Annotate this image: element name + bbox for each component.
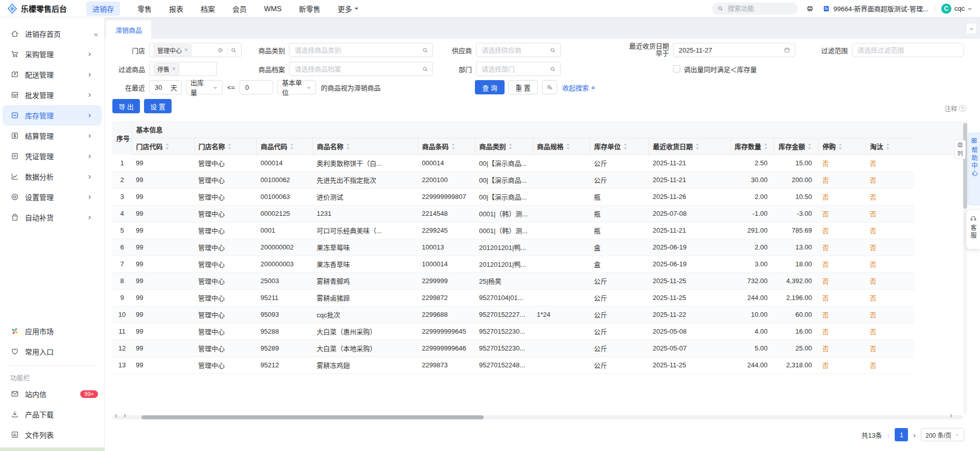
search-input[interactable] xyxy=(727,4,793,13)
sidebar-item-downloads[interactable]: 产品下载 xyxy=(0,404,104,424)
calendar-icon[interactable] xyxy=(783,46,791,54)
sidebar-item-app-market[interactable]: 应用市场 xyxy=(0,321,104,341)
page-size-select[interactable]: 200 条/页 xyxy=(921,428,964,441)
scroll-left-icon[interactable] xyxy=(114,413,119,418)
clear-icon[interactable] xyxy=(217,47,224,54)
col-header-10[interactable]: 库存数量 xyxy=(730,138,774,155)
col-header-1[interactable]: 门店代码 xyxy=(132,138,194,155)
search-button[interactable]: 查 询 xyxy=(475,80,505,94)
help-center-panel[interactable]: 帮助中心 xyxy=(968,133,980,205)
archive-field[interactable] xyxy=(294,65,419,73)
col-header-13[interactable]: 淘汰 xyxy=(866,138,914,155)
sidebar-item-settlement[interactable]: 结算管理 xyxy=(0,126,104,146)
category-field[interactable] xyxy=(294,46,419,55)
function-search[interactable] xyxy=(712,3,798,15)
next-page-icon[interactable]: › xyxy=(913,431,916,439)
collapse-search-link[interactable]: 收起搜索 xyxy=(562,83,596,92)
qty-input[interactable] xyxy=(240,80,273,94)
transfer-checkbox[interactable]: 调出量同时满足＜库存量 xyxy=(673,64,757,74)
supplier-field[interactable] xyxy=(481,46,546,55)
col-header-8[interactable]: 库存单位 xyxy=(590,138,649,155)
reset-button[interactable]: 重 置 xyxy=(508,80,538,94)
table-row[interactable]: 899管理中心25003雾耕青脚鸡229999925|杨昊公斤2025-11-2… xyxy=(112,272,963,289)
tab-scroll-button[interactable] xyxy=(966,23,977,34)
table-row[interactable]: 599管理中心0001可口可乐经典美味（...22992450001|（韩）测.… xyxy=(112,222,963,239)
nav-item-wms[interactable]: WMS xyxy=(264,5,281,13)
sidebar-item-favorites[interactable]: 常用入口 xyxy=(0,341,104,362)
sidebar-item-delivery[interactable]: 配送管理 xyxy=(0,64,104,85)
settings-button[interactable]: 设 置 xyxy=(144,99,172,113)
table-row[interactable]: 1099管理中心95093cqc批次229968895270152227...1… xyxy=(112,306,963,323)
table-row[interactable]: 199管理中心000014奥利奥散称饼干（白...00001400|【演示商品.… xyxy=(112,155,963,171)
saved-filter-button[interactable] xyxy=(542,80,557,94)
col-header-2[interactable]: 门店名称 xyxy=(194,138,256,155)
sidebar-item-files[interactable]: 文件列表 xyxy=(0,424,104,445)
scroll-right-end-icon[interactable] xyxy=(948,413,953,418)
unit-select[interactable]: 基本单位 xyxy=(277,80,316,94)
supplier-input[interactable] xyxy=(476,43,561,57)
page-number[interactable]: 1 xyxy=(895,428,908,441)
nav-item-xinlingshou[interactable]: 新零售 xyxy=(299,4,320,14)
date-input[interactable] xyxy=(673,43,795,57)
range-input[interactable] xyxy=(852,43,964,57)
tag-close-icon[interactable]: × xyxy=(172,66,176,72)
table-row[interactable]: 799管理中心200000003果冻香草味1000014201201201|鸭.… xyxy=(112,256,963,272)
nav-item-lingshou[interactable]: 零售 xyxy=(137,4,152,14)
filter-goods-input[interactable]: 停售× xyxy=(149,62,217,76)
vertical-scrollbar[interactable] xyxy=(963,121,967,414)
department-field[interactable] xyxy=(481,65,546,73)
sidebar-item-inventory[interactable]: 库存管理 xyxy=(3,105,102,126)
department-input[interactable] xyxy=(476,62,561,76)
collapse-sidebar-icon[interactable]: « xyxy=(94,30,98,38)
scroll-right-icon[interactable] xyxy=(122,413,127,418)
col-header-7[interactable]: 商品规格 xyxy=(533,138,590,155)
nav-item-more[interactable]: 更多 xyxy=(338,4,358,14)
nav-item-dangan[interactable]: 档案 xyxy=(201,4,215,14)
sidebar-item-home[interactable]: 进销存首页« xyxy=(0,23,104,44)
col-header-4[interactable]: 商品名称 xyxy=(313,138,418,155)
customer-service-panel[interactable]: 客服 xyxy=(966,210,980,249)
chevron-down-icon[interactable] xyxy=(967,6,973,12)
category-input[interactable] xyxy=(289,43,433,57)
days-input[interactable]: 天 xyxy=(149,80,182,94)
tag-close-icon[interactable]: × xyxy=(184,47,188,53)
column-settings-button[interactable]: 列 xyxy=(954,140,966,159)
col-header-seq[interactable]: 序号 xyxy=(112,121,132,155)
col-header-5[interactable]: 商品条码 xyxy=(418,138,475,155)
table-row[interactable]: 399管理中心00100063进价测试22999999980700|【演示商品.… xyxy=(112,188,963,205)
export-button[interactable]: 导 出 xyxy=(112,99,140,113)
sidebar-item-purchase[interactable]: 采购管理 xyxy=(0,44,104,64)
col-header-3[interactable]: 商品代码 xyxy=(256,138,313,155)
table-row[interactable]: 1399管理中心95212雾耕冻鸡翅229987395270152248...公… xyxy=(112,357,963,373)
store-input[interactable]: 管理中心× xyxy=(149,43,242,57)
col-header-6[interactable]: 商品类别 xyxy=(475,138,533,155)
table-row[interactable]: 699管理中心200000002果冻草莓味100013201201201|鸭..… xyxy=(112,239,963,256)
prev-page-icon[interactable]: ‹ xyxy=(887,431,890,439)
print-button[interactable] xyxy=(806,5,814,13)
horizontal-scrollbar[interactable] xyxy=(112,415,963,419)
nav-item-jinxiaocun[interactable]: 进销存 xyxy=(86,2,120,16)
sidebar-item-messages[interactable]: 站内信99+ xyxy=(0,384,104,404)
days-field[interactable] xyxy=(154,83,167,92)
range-field[interactable] xyxy=(856,46,960,55)
col-header-12[interactable]: 停购 xyxy=(818,138,866,155)
tab-slow-moving-goods[interactable]: 滞销商品 xyxy=(106,20,151,39)
vertical-scrollbar-thumb[interactable] xyxy=(963,123,967,209)
table-row[interactable]: 999管理中心95211雾耕卤猪蹄229987295270104|01...公斤… xyxy=(112,289,963,306)
qty-field[interactable] xyxy=(244,83,269,92)
note-toggle[interactable]: 注释 ? xyxy=(945,104,966,113)
table-row[interactable]: 1299管理中心95289大白菜（本地采购）229999999646952701… xyxy=(112,340,963,357)
archive-input[interactable] xyxy=(289,62,433,76)
sidebar-item-wholesale[interactable]: 批发管理 xyxy=(0,85,104,105)
sidebar-item-analytics[interactable]: 数据分析 xyxy=(0,166,104,187)
sidebar-item-settings[interactable]: 设置管理 xyxy=(0,187,104,207)
date-field[interactable] xyxy=(678,46,780,55)
sidebar-item-voucher[interactable]: 凭证管理 xyxy=(0,146,104,166)
avatar[interactable]: C xyxy=(941,4,951,14)
table-row[interactable]: 499管理中心00002125123122145480001|（韩）测...瓶2… xyxy=(112,205,963,222)
col-header-11[interactable]: 库存金额 xyxy=(774,138,818,155)
table-row[interactable]: 299管理中心00100062先进先出不指定批次220010000|【演示商品.… xyxy=(112,171,963,188)
horizontal-scrollbar-thumb[interactable] xyxy=(141,415,484,419)
nav-item-huiyuan[interactable]: 会员 xyxy=(232,4,247,14)
company-switcher[interactable]: 99664-新界面商超版测试-管理... xyxy=(822,4,928,13)
